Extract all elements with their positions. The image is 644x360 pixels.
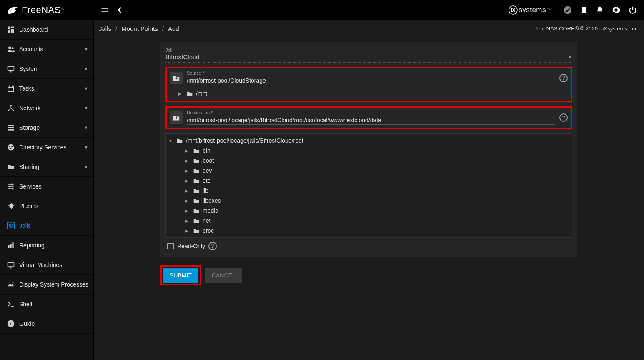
jail-field[interactable]: Jail BifrostCloud ▼: [165, 48, 572, 63]
brand-logo[interactable]: FreeNAS ™: [3, 5, 97, 15]
jails-icon: [5, 221, 17, 230]
svg-point-8: [12, 47, 14, 49]
folder-icon: [193, 148, 200, 154]
tree-item-lib[interactable]: ▶lib: [168, 186, 569, 196]
svg-rect-5: [11, 29, 14, 33]
breadcrumb-add[interactable]: Add: [168, 25, 179, 32]
svg-rect-4: [11, 27, 14, 28]
source-tree-mnt[interactable]: ▶ /mnt: [170, 88, 568, 98]
submit-highlight-box: Submit: [160, 265, 201, 285]
tree-item-libexec[interactable]: ▶libexec: [168, 196, 569, 206]
cancel-button[interactable]: Cancel: [205, 268, 242, 283]
storage-icon: [5, 123, 17, 132]
sidebar-item-sharing[interactable]: Sharing ▼: [0, 157, 93, 177]
breadcrumb-jails[interactable]: Jails: [99, 25, 111, 32]
chevron-right-icon: ▶: [185, 159, 190, 163]
jail-value: BifrostCloud: [165, 53, 568, 60]
sidebar-item-system[interactable]: System ▼: [0, 59, 93, 79]
help-icon[interactable]: ?: [208, 242, 217, 250]
submit-button[interactable]: Submit: [163, 268, 198, 283]
chevron-down-icon: ▼: [84, 47, 88, 52]
tree-item-etc[interactable]: ▶etc: [168, 176, 569, 186]
tree-item-boot[interactable]: ▶boot: [168, 156, 569, 166]
sidebar-item-accounts[interactable]: Accounts ▼: [0, 40, 93, 59]
sidebar-item-directory-services[interactable]: Directory Services ▼: [0, 138, 93, 157]
sidebar-item-reporting[interactable]: Reporting: [0, 236, 93, 255]
svg-point-22: [9, 186, 10, 187]
accounts-icon: [5, 45, 17, 53]
sidebar-item-plugins[interactable]: Plugins: [0, 196, 93, 216]
breadcrumb: Jails / Mount Points / Add: [99, 25, 179, 32]
breadcrumb-mount-points[interactable]: Mount Points: [121, 25, 158, 32]
destination-tree[interactable]: ▼ /mnt/bifrost-pool/iocage/jails/Bifrost…: [165, 133, 572, 238]
chevron-right-icon: ▶: [185, 229, 190, 233]
chevron-right-icon: ▶: [185, 219, 190, 223]
tree-item-media[interactable]: ▶media: [168, 206, 569, 216]
svg-point-20: [10, 148, 11, 149]
tree-item-dev[interactable]: ▶dev: [168, 166, 569, 176]
plugins-icon: [5, 202, 17, 210]
chevron-right-icon: ▶: [185, 149, 190, 153]
svg-rect-10: [8, 86, 13, 91]
truecommand-icon[interactable]: [563, 5, 572, 15]
chevron-right-icon: ▶: [185, 189, 190, 193]
menu-icon[interactable]: [100, 6, 109, 14]
chevron-right-icon: ▶: [185, 169, 190, 173]
sidebar-item-storage[interactable]: Storage ▼: [0, 118, 93, 138]
ix-icon: iX: [509, 5, 518, 15]
destination-input[interactable]: [187, 116, 555, 125]
svg-rect-36: [176, 117, 177, 119]
help-icon[interactable]: ?: [559, 113, 568, 122]
chevron-right-icon: ▶: [185, 209, 190, 213]
create-dir-dest-button[interactable]: [170, 111, 183, 124]
folder-icon: [193, 218, 200, 224]
folder-icon: [193, 208, 200, 214]
ixsystems-logo[interactable]: iX systems ™: [509, 5, 551, 15]
chevron-down-icon: ▼: [568, 55, 572, 60]
svg-point-21: [11, 184, 13, 185]
chevron-down-icon: ▼: [84, 145, 88, 150]
tree-item-net[interactable]: ▶net: [168, 216, 569, 226]
sidebar-item-shell[interactable]: Shell: [0, 295, 93, 314]
svg-point-23: [12, 188, 13, 189]
tree-item-bin[interactable]: ▶bin: [168, 146, 569, 156]
source-highlight-box: Source * ? ▶ /mnt: [165, 67, 572, 102]
tree-root[interactable]: ▼ /mnt/bifrost-pool/iocage/jails/Bifrost…: [168, 136, 569, 146]
source-input[interactable]: [187, 76, 555, 85]
help-icon[interactable]: ?: [559, 74, 568, 82]
chevron-down-icon: ▼: [84, 66, 88, 71]
chevron-down-icon: ▼: [84, 86, 88, 91]
back-icon[interactable]: [117, 7, 122, 13]
clipboard-icon[interactable]: [580, 6, 588, 14]
shell-icon: [5, 300, 17, 308]
sidebar-item-dashboard[interactable]: Dashboard: [0, 20, 93, 40]
sidebar-item-jails[interactable]: Jails: [0, 216, 93, 236]
svg-point-17: [8, 144, 14, 151]
readonly-checkbox[interactable]: [167, 243, 174, 249]
freenas-shark-icon: [7, 5, 19, 15]
chevron-right-icon: ▶: [178, 91, 183, 96]
source-label: Source *: [187, 70, 555, 76]
folder-icon: [193, 178, 200, 184]
services-icon: [5, 182, 17, 191]
power-icon[interactable]: [628, 5, 637, 15]
mount-point-form: Jail BifrostCloud ▼ Source * ?: [160, 42, 577, 257]
sidebar-item-guide[interactable]: i Guide: [0, 314, 93, 334]
sidebar-item-tasks[interactable]: Tasks ▼: [0, 79, 93, 98]
dashboard-icon: [5, 25, 17, 34]
settings-icon[interactable]: [611, 5, 621, 15]
tree-item-proc[interactable]: ▶proc: [168, 226, 569, 236]
chevron-down-icon: ▼: [84, 106, 88, 111]
system-icon: [5, 65, 17, 73]
sidebar-item-display-system-processes[interactable]: Display System Processes: [0, 275, 93, 295]
sidebar: Dashboard Accounts ▼ System ▼ Tasks ▼ Ne…: [0, 20, 94, 360]
sidebar-item-network[interactable]: Network ▼: [0, 98, 93, 118]
svg-rect-14: [8, 125, 14, 126]
folder-icon: [193, 168, 200, 174]
create-dir-source-button[interactable]: [170, 72, 183, 84]
notifications-icon[interactable]: [596, 6, 604, 14]
sidebar-item-services[interactable]: Services: [0, 177, 93, 196]
sidebar-item-virtual-machines[interactable]: Virtual Machines: [0, 255, 93, 275]
destination-label: Destination *: [187, 110, 555, 115]
svg-rect-6: [8, 30, 11, 33]
